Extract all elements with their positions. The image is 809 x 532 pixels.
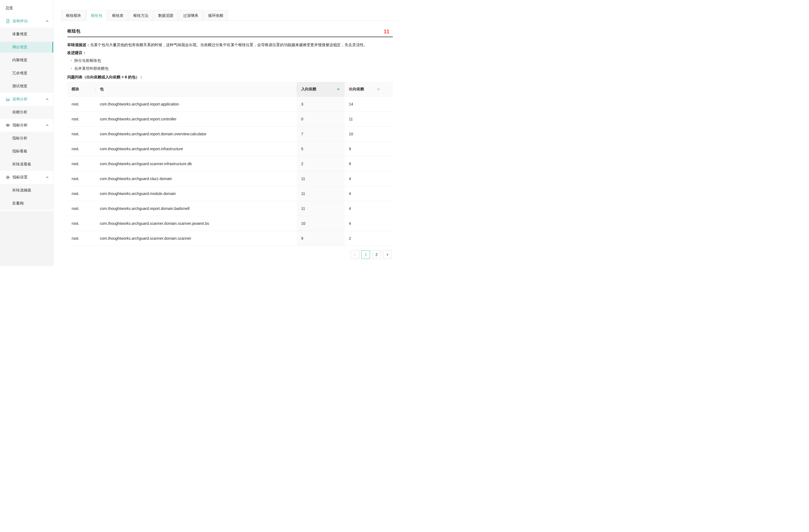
cell-module: root. — [67, 201, 96, 216]
sidebar-item-redundancy-dimension[interactable]: 冗余维度 — [0, 68, 53, 78]
cell-fan-out: 4 — [345, 201, 393, 216]
table-row: root. com.thoughtworks.archguard.report.… — [67, 126, 393, 141]
sidebar-item-metric-analysis[interactable]: 指标分析 — [0, 133, 53, 144]
suggestion-item: 拆分当前枢纽包 — [74, 57, 393, 64]
sidebar-group-label: 指标设置 — [13, 175, 46, 180]
cell-package: com.thoughtworks.archguard.report.domain… — [96, 201, 297, 216]
sidebar-group-metric-analysis[interactable]: 指标分析 — [0, 120, 53, 131]
sidebar-item-coupling-dimension[interactable]: 耦合维度 — [0, 42, 53, 53]
chevron-left-icon — [353, 253, 357, 256]
issue-count-badge: 11 — [384, 29, 390, 34]
caret-down-icon[interactable] — [377, 89, 380, 90]
tab-bar: 枢纽模块 枢纽包 枢纽类 枢纽方法 数据泥团 过深继承 循环依赖 — [61, 10, 399, 21]
eye-icon — [6, 123, 10, 127]
hub-package-panel: 枢纽包 11 坏味道描述：当某个包与大量其他的包有依赖关系的时候，这种气味就会出… — [61, 21, 399, 259]
column-header-module[interactable]: 模块 — [67, 82, 96, 96]
sidebar-item-badsmell-dashboard[interactable]: 坏味道看板 — [0, 159, 53, 170]
chevron-up-icon[interactable] — [46, 19, 49, 23]
smell-description-label: 坏味道描述： — [67, 42, 90, 47]
page-title: 枢纽包 — [67, 29, 80, 34]
smell-description-text: 当某个包与大量其他的包有依赖关系的时候，这种气味就会出现。当依赖过分集中在某个枢… — [90, 42, 367, 47]
cell-fan-out: 4 — [345, 216, 393, 231]
panel-header: 枢纽包 11 — [67, 21, 393, 37]
sidebar-item-cohesion-dimension[interactable]: 内聚维度 — [0, 55, 53, 66]
caret-down-icon[interactable] — [337, 89, 340, 90]
cell-module: root. — [67, 126, 96, 141]
cell-module: root. — [67, 141, 96, 156]
cell-fan-in: 11 — [297, 171, 345, 186]
cell-module: root. — [67, 111, 96, 126]
cell-fan-in: 9 — [297, 231, 345, 246]
table-row: root. com.thoughtworks.archguard.scanner… — [67, 156, 393, 171]
cell-module: root. — [67, 156, 96, 171]
sidebar-group-label: 指标分析 — [13, 123, 46, 128]
cell-package: com.thoughtworks.archguard.clazz.domain — [96, 171, 297, 186]
chevron-up-icon[interactable] — [46, 176, 49, 179]
cell-fan-in: 5 — [297, 141, 345, 156]
column-header-label: 入向依赖 — [301, 87, 316, 91]
suggestion-heading: 改进建议： — [67, 50, 393, 56]
sidebar-group-metric-settings[interactable]: 指标设置 — [0, 172, 53, 183]
tab-hub-package[interactable]: 枢纽包 — [86, 10, 107, 21]
cell-package: com.thoughtworks.archguard.scanner.domai… — [96, 216, 297, 231]
table-row: root. com.thoughtworks.archguard.report.… — [67, 96, 393, 111]
cell-fan-in: 10 — [297, 216, 345, 231]
page-2-button[interactable]: 2 — [372, 250, 381, 259]
cell-module: root. — [67, 216, 96, 231]
sidebar-item-dependency-analysis[interactable]: 依赖分析 — [0, 107, 53, 118]
table-row: root. com.thoughtworks.archguard.scanner… — [67, 216, 393, 231]
page-1-button[interactable]: 1 — [361, 250, 370, 259]
cell-fan-in: 11 — [297, 186, 345, 201]
cell-module: root. — [67, 171, 96, 186]
main-content: 枢纽模块 枢纽包 枢纽类 枢纽方法 数据泥团 过深继承 循环依赖 枢纽包 11 … — [53, 10, 404, 259]
sidebar-item-volume-dimension[interactable]: 体量维度 — [0, 29, 53, 40]
table-row: root. com.thoughtworks.archguard.scanner… — [67, 231, 393, 246]
cell-fan-in: 0 — [297, 111, 345, 126]
sidebar-item-overview[interactable]: 总览 — [0, 3, 53, 14]
app-root: 总览 架构评估 体量维度 耦合维度 内聚维度 冗余维度 测试维度 架构分析 — [0, 10, 404, 259]
sidebar-item-badsmell-threshold[interactable]: 坏味道阈值 — [0, 185, 53, 196]
chevron-up-icon[interactable] — [46, 97, 49, 101]
suggestion-item: 合并某些外部依赖包 — [74, 65, 393, 71]
tab-hub-method[interactable]: 枢纽方法 — [128, 10, 153, 21]
tab-deep-inheritance[interactable]: 过深继承 — [178, 10, 203, 21]
table-row: root. com.thoughtworks.archguard.report.… — [67, 111, 393, 126]
sidebar-group-arch-analysis[interactable]: 架构分析 — [0, 94, 53, 105]
cell-package: com.thoughtworks.archguard.report.infras… — [96, 141, 297, 156]
cell-fan-in: 11 — [297, 201, 345, 216]
issues-table: 模块 包 入向依赖 出向依赖 root. — [67, 82, 393, 246]
tab-data-clumps[interactable]: 数据泥团 — [154, 10, 178, 21]
column-header-label: 出向依赖 — [349, 87, 364, 91]
chevron-up-icon[interactable] — [46, 124, 49, 127]
cell-fan-in: 2 — [297, 156, 345, 171]
cell-fan-in: 3 — [297, 96, 345, 111]
cell-fan-out: 2 — [345, 231, 393, 246]
sidebar-item-test-dimension[interactable]: 测试维度 — [0, 81, 53, 92]
cell-fan-out: 4 — [345, 186, 393, 201]
sidebar-submenu-arch-analysis: 依赖分析 — [0, 106, 53, 119]
prev-page-button[interactable] — [350, 250, 359, 259]
sidebar-group-label: 架构评估 — [13, 19, 46, 23]
smell-description: 坏味道描述：当某个包与大量其他的包有依赖关系的时候，这种气味就会出现。当依赖过分… — [67, 42, 393, 48]
gear-icon — [6, 175, 10, 179]
suggestion-list: 拆分当前枢纽包 合并某些外部依赖包 — [67, 57, 393, 71]
issue-list-title: 问题列表（出向依赖或入向依赖 > 8 的包）： — [67, 75, 393, 80]
sidebar-group-arch-eval[interactable]: 架构评估 — [0, 16, 53, 26]
next-page-button[interactable] — [383, 250, 392, 259]
cell-package: com.thoughtworks.archguard.scanner.infra… — [96, 156, 297, 171]
cell-fan-out: 10 — [345, 126, 393, 141]
column-header-fan-in[interactable]: 入向依赖 — [297, 82, 345, 96]
pagination: 1 2 — [67, 250, 392, 259]
sidebar-item-quality-gate[interactable]: 质量阀 — [0, 198, 53, 209]
bar-chart-icon — [6, 97, 10, 102]
tab-hub-class[interactable]: 枢纽类 — [107, 10, 128, 21]
cell-fan-out: 9 — [345, 156, 393, 171]
tab-circular-dependency[interactable]: 循环依赖 — [204, 10, 228, 21]
cell-module: root. — [67, 186, 96, 201]
column-header-fan-out[interactable]: 出向依赖 — [345, 82, 393, 96]
cell-fan-in: 7 — [297, 126, 345, 141]
column-header-package[interactable]: 包 — [96, 82, 297, 96]
tab-hub-module[interactable]: 枢纽模块 — [61, 10, 86, 21]
cell-fan-out: 14 — [345, 96, 393, 111]
sidebar-item-metric-dashboard[interactable]: 指标看板 — [0, 146, 53, 157]
